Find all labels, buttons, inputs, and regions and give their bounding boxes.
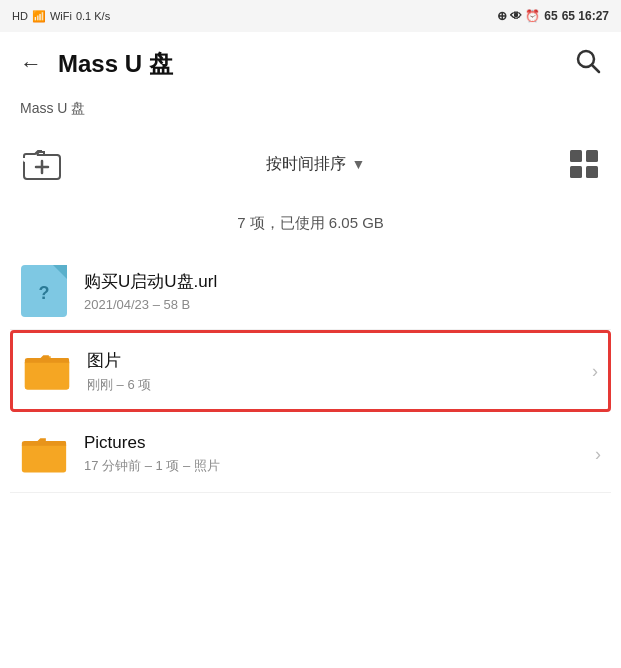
breadcrumb-text: Mass U 盘 [20, 100, 85, 116]
svg-rect-6 [570, 150, 582, 162]
file-meta: 17 分钟前 – 1 项 – 照片 [84, 457, 579, 475]
folder-icon [20, 430, 68, 478]
svg-rect-12 [22, 443, 66, 473]
file-meta: 刚刚 – 6 项 [87, 376, 576, 394]
file-info: Pictures 17 分钟前 – 1 项 – 照片 [84, 433, 579, 475]
sort-button[interactable]: 按时间排序 ▼ [266, 154, 366, 175]
sort-arrow-icon: ▼ [352, 156, 366, 172]
page-title: Mass U 盘 [58, 48, 173, 80]
view-toggle-button[interactable] [567, 147, 601, 181]
status-right: ⊕ 👁 ⏰ 65 65 16:27 [497, 9, 609, 23]
breadcrumb: Mass U 盘 [0, 96, 621, 130]
toolbar: 按时间排序 ▼ [0, 130, 621, 198]
svg-line-1 [592, 65, 599, 72]
file-info: 购买U启动U盘.url 2021/04/23 – 58 B [84, 270, 601, 312]
search-button[interactable] [575, 48, 601, 80]
file-name: 购买U启动U盘.url [84, 270, 601, 293]
storage-info: 7 项，已使用 6.05 GB [0, 198, 621, 253]
back-button[interactable]: ← [20, 51, 42, 77]
file-name: 图片 [87, 349, 576, 372]
file-meta: 2021/04/23 – 58 B [84, 297, 601, 312]
list-item[interactable]: 图片 刚刚 – 6 项 › [10, 330, 611, 412]
svg-rect-11 [25, 360, 69, 390]
grid-view-icon [567, 147, 601, 181]
file-icon-unknown: ? [20, 267, 68, 315]
sort-label: 按时间排序 [266, 154, 346, 175]
header-left: ← Mass U 盘 [20, 48, 173, 80]
folder-svg [20, 432, 68, 476]
header: ← Mass U 盘 [0, 32, 621, 96]
status-icons: ⊕ 👁 ⏰ [497, 9, 541, 23]
status-network: HD [12, 10, 28, 22]
status-left: HD 📶 WiFi 0.1 K/s [12, 10, 110, 23]
svg-rect-7 [586, 150, 598, 162]
file-list: ? 购买U启动U盘.url 2021/04/23 – 58 B 图片 刚刚 – … [0, 253, 621, 493]
new-folder-button[interactable] [20, 142, 64, 186]
status-time: 65 16:27 [562, 9, 609, 23]
list-item[interactable]: ? 购买U启动U盘.url 2021/04/23 – 58 B [10, 253, 611, 330]
search-icon [575, 48, 601, 74]
svg-rect-8 [570, 166, 582, 178]
folder-icon [23, 347, 71, 395]
file-name: Pictures [84, 433, 579, 453]
svg-rect-9 [586, 166, 598, 178]
chevron-right-icon: › [595, 444, 601, 465]
toolbar-left [20, 142, 64, 186]
storage-text: 7 项，已使用 6.05 GB [237, 214, 384, 231]
status-bar: HD 📶 WiFi 0.1 K/s ⊕ 👁 ⏰ 65 65 16:27 [0, 0, 621, 32]
folder-svg [23, 349, 71, 393]
status-battery: 65 [544, 9, 557, 23]
list-item[interactable]: Pictures 17 分钟前 – 1 项 – 照片 › [10, 416, 611, 493]
file-info: 图片 刚刚 – 6 项 [87, 349, 576, 394]
new-folder-icon [22, 147, 62, 181]
status-speed: 0.1 K/s [76, 10, 110, 22]
chevron-right-icon: › [592, 361, 598, 382]
status-signal: 📶 [32, 10, 46, 23]
status-wifi: WiFi [50, 10, 72, 22]
